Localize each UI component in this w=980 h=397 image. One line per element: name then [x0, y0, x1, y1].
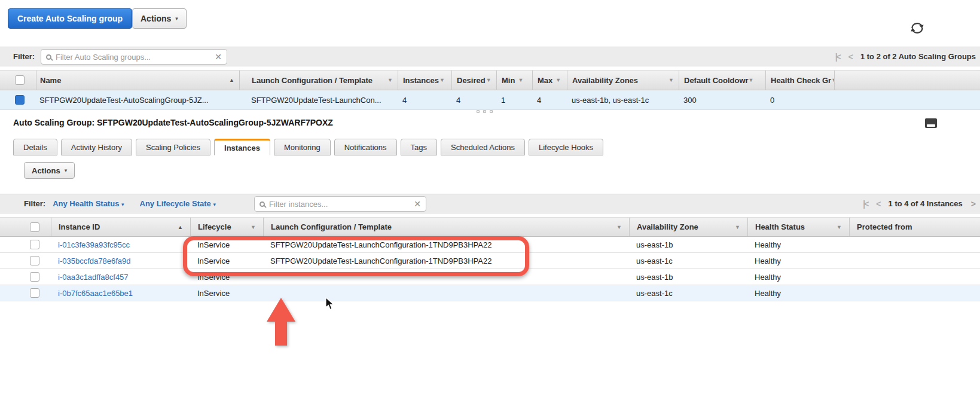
asg-header-desired[interactable]: Desired ▼ — [451, 71, 496, 90]
select-all-checkbox[interactable] — [30, 222, 39, 232]
instances-search-input[interactable] — [269, 200, 409, 209]
tab-activity-history[interactable]: Activity History — [61, 139, 132, 155]
tab-scheduled-actions[interactable]: Scheduled Actions — [441, 139, 525, 155]
instance-id-link[interactable]: i-0b7fc65aac1e65be1 — [58, 289, 133, 298]
row-checkbox[interactable] — [30, 272, 39, 282]
instance-row[interactable]: i-035bccfda78e6fa9d InService SFTPGW20Up… — [0, 253, 980, 269]
az-cell: us-east-1c — [629, 253, 747, 268]
tab-lifecycle-hooks[interactable]: Lifecycle Hooks — [529, 139, 603, 155]
annotation-arrow-up — [267, 298, 295, 347]
create-auto-scaling-group-button[interactable]: Create Auto Scaling group — [8, 8, 132, 29]
page-first-icon[interactable]: |< — [863, 199, 868, 209]
asg-header-min[interactable]: Min ▼ — [496, 71, 532, 90]
dropdown-icon: ▼ — [749, 77, 754, 83]
dropdown-icon: ▼ — [616, 224, 622, 230]
create-button-label: Create Auto Scaling group — [17, 14, 123, 23]
header-label: Desired — [457, 76, 486, 85]
dropdown-icon: ▼ — [251, 224, 256, 230]
tab-notifications[interactable]: Notifications — [334, 139, 397, 155]
asg-table-row[interactable]: SFTPGW20UpdateTest-AutoScalingGroup-5JZ.… — [0, 90, 980, 110]
asg-header-default-cooldown[interactable]: Default Cooldowr ▼ — [679, 71, 765, 90]
instance-id-link[interactable]: i-0aa3c1adffa8cf457 — [58, 273, 129, 282]
asg-header-availability-zones[interactable]: Availability Zones ▼ — [567, 71, 679, 90]
row-checkbox[interactable] — [30, 288, 39, 298]
asg-actions-button[interactable]: Actions ▾ — [132, 8, 187, 29]
asg-instances-cell: 4 — [398, 90, 451, 109]
refresh-icon[interactable] — [910, 22, 924, 35]
asg-header-instances[interactable]: Instances ▼ — [398, 71, 451, 90]
health-status-cell: Healthy — [747, 285, 849, 301]
asg-table-header: Name ▲ Launch Configuration / Template ▼… — [0, 70, 980, 90]
instances-header-lifecycle[interactable]: Lifecycle ▼ — [190, 218, 263, 236]
clear-search-icon[interactable]: ✕ — [409, 199, 421, 209]
clear-search-icon[interactable]: ✕ — [210, 52, 222, 62]
asg-header-health-check-grace[interactable]: Health Check Gr ▼ — [765, 71, 834, 90]
asg-min-cell: 1 — [496, 90, 532, 109]
asg-header-name[interactable]: Name ▲ — [36, 71, 239, 90]
instances-pagination-text: 1 to 4 of 4 Instances — [889, 199, 963, 208]
toggle-detail-pane-icon[interactable] — [925, 118, 937, 128]
page-prev-icon[interactable]: < — [876, 199, 880, 209]
header-label: Protected from — [857, 222, 912, 231]
tab-scaling-policies[interactable]: Scaling Policies — [136, 139, 210, 155]
health-status-filter[interactable]: Any Health Status ▾ — [53, 199, 124, 208]
instance-row[interactable]: i-0aa3c1adffa8cf457 InService us-east-1b… — [0, 269, 980, 285]
instances-header-health-status[interactable]: Health Status ▼ — [747, 218, 849, 236]
row-checkbox[interactable] — [30, 240, 39, 249]
tab-tags[interactable]: Tags — [401, 139, 437, 155]
az-cell: us-east-1b — [629, 237, 747, 252]
row-checkbox[interactable] — [30, 256, 39, 265]
instance-row[interactable]: i-0b7fc65aac1e65be1 InService us-east-1c… — [0, 285, 980, 301]
instance-id-link[interactable]: i-035bccfda78e6fa9d — [58, 256, 130, 265]
instances-header-instance-id[interactable]: Instance ID ▲ — [51, 218, 190, 236]
auto-scaling-console-page: Create Auto Scaling group Actions ▾ Filt… — [0, 0, 980, 397]
actions-button-label: Actions — [141, 14, 171, 23]
page-prev-icon[interactable]: < — [848, 52, 852, 62]
asg-header-max[interactable]: Max ▼ — [532, 71, 567, 90]
row-checkbox-cell — [0, 253, 51, 268]
pane-resize-handle[interactable] — [477, 110, 493, 113]
lifecycle-cell: InService — [190, 253, 263, 268]
instances-header-availability-zone[interactable]: Availability Zone ▼ — [629, 218, 747, 236]
row-checkbox-checked[interactable] — [15, 95, 25, 105]
select-all-checkbox[interactable] — [15, 75, 25, 85]
az-cell: us-east-1b — [629, 269, 747, 285]
tab-instances[interactable]: Instances — [214, 139, 270, 155]
row-checkbox-cell — [0, 285, 51, 301]
tab-details[interactable]: Details — [13, 139, 57, 155]
launch-config-cell — [263, 269, 629, 285]
instance-id-link[interactable]: i-01c3fe39a93fc95cc — [58, 240, 130, 249]
chevron-down-icon: ▾ — [175, 16, 178, 22]
asg-header-spacer — [834, 71, 980, 90]
header-label: Name — [40, 76, 61, 85]
filter-label: Any Lifecycle State — [140, 199, 211, 208]
header-label: Max — [538, 76, 552, 85]
asg-desired-cell: 4 — [451, 90, 496, 109]
protected-from-cell — [849, 269, 980, 285]
asg-header-launch-config[interactable]: Launch Configuration / Template ▼ — [239, 71, 398, 90]
instances-header-launch-config[interactable]: Launch Configuration / Template ▼ — [263, 218, 629, 236]
instances-actions-button[interactable]: Actions ▾ — [24, 162, 75, 179]
header-label: Health Status — [755, 222, 805, 231]
search-icon — [259, 201, 265, 207]
asg-name-cell: SFTPGW20UpdateTest-AutoScalingGroup-5JZ.… — [36, 90, 239, 109]
top-toolbar: Create Auto Scaling group Actions ▾ — [0, 0, 980, 38]
header-label: Instance ID — [59, 222, 100, 231]
tab-monitoring[interactable]: Monitoring — [274, 139, 331, 155]
asg-max-cell: 4 — [532, 90, 567, 109]
instance-row[interactable]: i-01c3fe39a93fc95cc InService SFTPGW20Up… — [0, 237, 980, 253]
instances-filter-label: Filter: — [24, 199, 45, 208]
lifecycle-state-filter[interactable]: Any Lifecycle State ▾ — [140, 199, 216, 208]
filter-label: Any Health Status — [53, 199, 119, 208]
page-next-icon[interactable]: > — [971, 199, 975, 209]
lifecycle-cell: InService — [190, 285, 263, 301]
launch-config-cell: SFTPGW20UpdateTest-LaunchConfiguration-1… — [263, 253, 629, 268]
protected-from-cell — [849, 237, 980, 252]
instances-header-protected-from[interactable]: Protected from — [849, 218, 980, 236]
asg-launch-cell: SFTPGW20UpdateTest-LaunchCon... — [239, 90, 398, 109]
sort-asc-icon: ▲ — [229, 77, 234, 83]
page-first-icon[interactable]: |< — [835, 52, 840, 62]
header-label: Min — [502, 76, 515, 85]
asg-search-input[interactable] — [56, 53, 210, 62]
dropdown-icon: ▼ — [668, 77, 674, 83]
